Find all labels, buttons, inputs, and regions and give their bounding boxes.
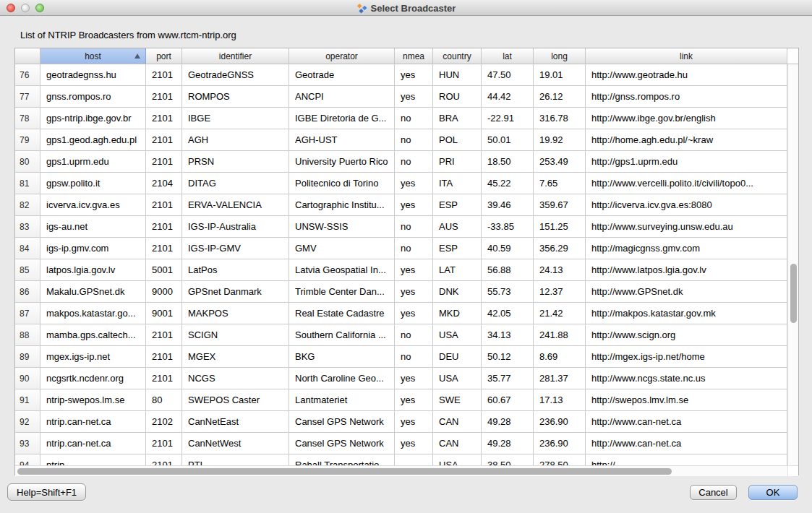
column-header-num[interactable] xyxy=(15,48,40,64)
sort-ascending-icon xyxy=(134,53,140,59)
cell-nmea: yes xyxy=(395,194,433,216)
cell-port: 2101 xyxy=(146,216,182,238)
table-row[interactable]: 85latpos.lgia.gov.lv5001LatPosLatvia Geo… xyxy=(15,259,787,281)
cell-lat: 45.22 xyxy=(482,173,534,194)
cell-identifier: CanNetEast xyxy=(182,411,289,433)
column-header-host[interactable]: host xyxy=(40,48,146,64)
row-number-cell: 89 xyxy=(15,346,40,368)
horizontal-scrollbar-thumb[interactable] xyxy=(17,468,672,475)
title-bar[interactable]: Select Broadcaster xyxy=(0,0,812,16)
table-row[interactable]: 82icverva.icv.gva.es2101ERVA-VALENCIACar… xyxy=(15,194,787,216)
column-header-long[interactable]: long xyxy=(534,48,586,64)
cell-identifier: SWEPOS Caster xyxy=(182,389,289,411)
scrollbar-corner xyxy=(787,466,798,476)
page-title: List of NTRIP Broadcasters from www.rtcm… xyxy=(20,30,236,40)
help-button[interactable]: Help=Shift+F1 xyxy=(7,483,86,501)
table-row[interactable]: 90ncgsrtk.ncdenr.org2101NCGSNorth Caroli… xyxy=(15,368,787,389)
cell-port: 80 xyxy=(146,389,182,411)
horizontal-scrollbar[interactable] xyxy=(15,466,787,476)
cell-link: http://mgex.igs-ip.net/home xyxy=(586,346,787,368)
column-header-link[interactable]: link xyxy=(586,48,787,64)
column-header-operator[interactable]: operator xyxy=(289,48,395,64)
cancel-button[interactable]: Cancel xyxy=(690,485,737,500)
cell-lat: 49.28 xyxy=(482,433,534,454)
cell-port: 2101 xyxy=(146,433,182,454)
cell-country: USA xyxy=(433,324,482,346)
ok-button[interactable]: OK xyxy=(748,485,798,500)
vertical-scrollbar-thumb[interactable] xyxy=(790,264,797,323)
table-row[interactable]: 93ntrip.can-net.ca2101CanNetWestCansel G… xyxy=(15,433,787,454)
row-number-cell: 83 xyxy=(15,216,40,238)
column-header-label: country xyxy=(443,51,471,61)
cell-country: LAT xyxy=(433,259,482,281)
table-row[interactable]: 81gpsw.polito.it2104DITAGPolitecnico di … xyxy=(15,173,787,194)
column-header-lat[interactable]: lat xyxy=(482,48,534,64)
row-number-cell: 84 xyxy=(15,238,40,259)
table-row[interactable]: 79gps1.geod.agh.edu.pl2101AGHAGH-USTnoPO… xyxy=(15,129,787,151)
cell-country: MKD xyxy=(433,303,482,324)
cell-host: ntrip... xyxy=(40,454,146,465)
cell-long: 236.90 xyxy=(534,433,586,454)
cell-identifier: SCIGN xyxy=(182,324,289,346)
cell-lat: 42.05 xyxy=(482,303,534,324)
cell-port: 9000 xyxy=(146,281,182,303)
cell-operator: Lantmateriet xyxy=(289,389,395,411)
cell-operator: AGH-UST xyxy=(289,129,395,151)
column-header-label: lat xyxy=(503,51,512,61)
cell-host: igs-au.net xyxy=(40,216,146,238)
cell-port: 2101 xyxy=(146,346,182,368)
table-row[interactable]: 92ntrip.can-net.ca2102CanNetEastCansel G… xyxy=(15,411,787,433)
table-row[interactable]: 76geotradegnss.hu2101GeotradeGNSSGeotrad… xyxy=(15,64,787,86)
cell-long: 12.37 xyxy=(534,281,586,303)
table-row[interactable]: 84igs-ip.gmv.com2101IGS-IP-GMVGMVnoESP40… xyxy=(15,238,787,259)
cell-nmea: no xyxy=(395,151,433,173)
table-row[interactable]: 87makpos.katastar.go...9001MAKPOSReal Es… xyxy=(15,303,787,324)
cell-host: mamba.gps.caltech... xyxy=(40,324,146,346)
cell-port: 2104 xyxy=(146,173,182,194)
cell-long: 8.69 xyxy=(534,346,586,368)
cell-nmea: yes xyxy=(395,368,433,389)
table-row[interactable]: 86Makalu.GPSnet.dk9000GPSnet DanmarkTrim… xyxy=(15,281,787,303)
cell-long: 241.88 xyxy=(534,324,586,346)
cell-operator: Cartographic Institu... xyxy=(289,194,395,216)
close-button[interactable] xyxy=(7,4,15,12)
minimize-button[interactable] xyxy=(21,4,30,12)
column-header-nmea[interactable]: nmea xyxy=(395,48,433,64)
zoom-button[interactable] xyxy=(35,4,44,12)
cell-host: mgex.igs-ip.net xyxy=(40,346,146,368)
table-row[interactable]: 78gps-ntrip.ibge.gov.br2101IBGEIGBE Dire… xyxy=(15,108,787,129)
cell-country: CAN xyxy=(433,411,482,433)
cell-nmea: yes xyxy=(395,303,433,324)
row-number-cell: 76 xyxy=(15,64,40,86)
cell-host: latpos.lgia.gov.lv xyxy=(40,259,146,281)
window-title: Select Broadcaster xyxy=(371,3,456,14)
column-header-identifier[interactable]: identifier xyxy=(182,48,289,64)
row-number-cell: 85 xyxy=(15,259,40,281)
cell-long: 356.29 xyxy=(534,238,586,259)
cell-identifier: PTI... xyxy=(182,454,289,465)
cell-lat: 38.50 xyxy=(482,454,534,465)
cell-lat: 34.13 xyxy=(482,324,534,346)
table-row[interactable]: 83igs-au.net2101IGS-IP-AustraliaUNSW-SSI… xyxy=(15,216,787,238)
cell-lat: 18.50 xyxy=(482,151,534,173)
row-number-cell: 87 xyxy=(15,303,40,324)
cell-link: http://www.GPSnet.dk xyxy=(586,281,787,303)
table-body: 76geotradegnss.hu2101GeotradeGNSSGeotrad… xyxy=(15,64,798,465)
cell-host: gps-ntrip.ibge.gov.br xyxy=(40,108,146,129)
table-row[interactable]: 77gnss.rompos.ro2101ROMPOSANCPIyesROU44.… xyxy=(15,86,787,108)
cell-port: 2101 xyxy=(146,454,182,465)
table-row[interactable]: 91ntrip-swepos.lm.se80SWEPOS CasterLantm… xyxy=(15,389,787,411)
column-header-label: identifier xyxy=(219,51,252,61)
row-number-cell: 82 xyxy=(15,194,40,216)
table-row[interactable]: 94ntrip...2101PTI...Rahall Transportatio… xyxy=(15,454,787,465)
table-row[interactable]: 89mgex.igs-ip.net2101MGEXBKGnoDEU50.128.… xyxy=(15,346,787,368)
table-row[interactable]: 80gps1.uprm.edu2101PRSNUniversity Puerto… xyxy=(15,151,787,173)
table-row[interactable]: 88mamba.gps.caltech...2101SCIGNSouthern … xyxy=(15,324,787,346)
vertical-scrollbar[interactable] xyxy=(787,64,798,465)
column-header-port[interactable]: port xyxy=(146,48,182,64)
cell-identifier: CanNetWest xyxy=(182,433,289,454)
cell-country: DNK xyxy=(433,281,482,303)
column-header-country[interactable]: country xyxy=(433,48,482,64)
cell-nmea: no xyxy=(395,216,433,238)
cell-port: 9001 xyxy=(146,303,182,324)
